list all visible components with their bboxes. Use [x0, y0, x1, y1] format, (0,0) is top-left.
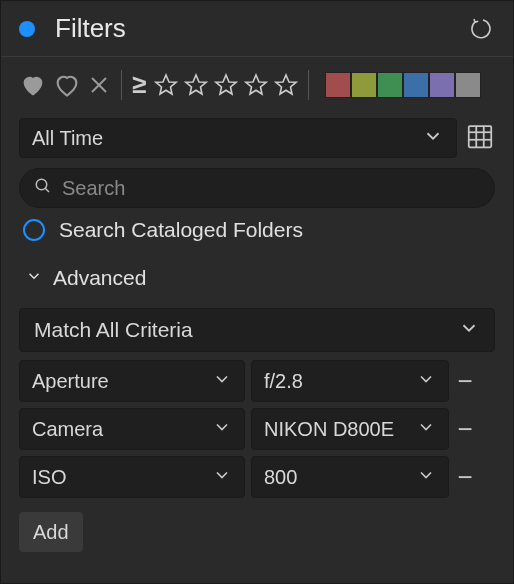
star-1-icon[interactable]: [154, 73, 178, 97]
criteria-value-dropdown[interactable]: NIKON D800E: [251, 408, 449, 450]
color-swatch-blue[interactable]: [403, 72, 429, 98]
color-swatch-red[interactable]: [325, 72, 351, 98]
svg-marker-2: [156, 75, 176, 94]
chevron-down-icon: [25, 266, 43, 290]
advanced-toggle[interactable]: Advanced: [19, 262, 495, 308]
chevron-down-icon: [416, 369, 436, 394]
quick-filter-bar: ≥: [1, 57, 513, 104]
filters-content: All Time Sea: [1, 104, 513, 552]
color-label-swatches: [325, 72, 481, 98]
color-swatch-purple[interactable]: [429, 72, 455, 98]
rating-comparator-icon[interactable]: ≥: [132, 69, 146, 100]
criteria-key-dropdown[interactable]: ISO: [19, 456, 245, 498]
chevron-down-icon: [458, 317, 480, 344]
star-2-icon[interactable]: [184, 73, 208, 97]
svg-marker-5: [246, 75, 266, 94]
time-range-dropdown[interactable]: All Time: [19, 118, 457, 158]
radio-circle-icon: [23, 219, 45, 241]
chevron-down-icon: [212, 417, 232, 442]
panel-header: Filters: [1, 1, 513, 57]
criteria-value-dropdown[interactable]: f/2.8: [251, 360, 449, 402]
criteria-value-label: f/2.8: [264, 370, 303, 393]
criteria-value-label: 800: [264, 466, 297, 489]
criteria-key-dropdown[interactable]: Aperture: [19, 360, 245, 402]
criteria-row: Aperture f/2.8 −: [19, 360, 495, 402]
search-cataloged-option[interactable]: Search Cataloged Folders: [19, 208, 495, 262]
color-swatch-green[interactable]: [377, 72, 403, 98]
criteria-key-dropdown[interactable]: Camera: [19, 408, 245, 450]
criteria-value-label: NIKON D800E: [264, 418, 394, 441]
match-criteria-label: Match All Criteria: [34, 318, 193, 342]
svg-rect-7: [469, 126, 492, 147]
svg-marker-3: [186, 75, 206, 94]
color-swatch-yellow[interactable]: [351, 72, 377, 98]
add-button-label: Add: [33, 521, 69, 544]
chevron-down-icon: [212, 465, 232, 490]
heart-filled-icon[interactable]: [19, 71, 47, 99]
search-input[interactable]: [62, 177, 480, 200]
search-icon: [34, 177, 52, 200]
criteria-row: Camera NIKON D800E −: [19, 408, 495, 450]
remove-criteria-button[interactable]: −: [455, 368, 475, 394]
criteria-value-dropdown[interactable]: 800: [251, 456, 449, 498]
add-criteria-button[interactable]: Add: [19, 512, 83, 552]
chevron-down-icon: [416, 465, 436, 490]
svg-point-12: [36, 179, 47, 190]
chevron-down-icon: [416, 417, 436, 442]
heart-outline-icon[interactable]: [53, 71, 81, 99]
svg-marker-6: [276, 75, 296, 94]
criteria-row: ISO 800 −: [19, 456, 495, 498]
calendar-icon[interactable]: [465, 121, 495, 155]
active-indicator-dot: [19, 21, 35, 37]
remove-criteria-button[interactable]: −: [455, 416, 475, 442]
chevron-down-icon: [212, 369, 232, 394]
divider: [121, 70, 122, 100]
star-3-icon[interactable]: [214, 73, 238, 97]
reject-x-icon[interactable]: [87, 73, 111, 97]
criteria-key-label: ISO: [32, 466, 66, 489]
divider: [308, 70, 309, 100]
radio-label: Search Cataloged Folders: [59, 218, 303, 242]
criteria-key-label: Camera: [32, 418, 103, 441]
undo-icon[interactable]: [471, 17, 495, 41]
svg-marker-4: [216, 75, 236, 94]
color-swatch-gray[interactable]: [455, 72, 481, 98]
filters-panel: Filters ≥: [0, 0, 514, 584]
star-5-icon[interactable]: [274, 73, 298, 97]
panel-title: Filters: [55, 13, 471, 44]
match-criteria-dropdown[interactable]: Match All Criteria: [19, 308, 495, 352]
star-4-icon[interactable]: [244, 73, 268, 97]
advanced-label: Advanced: [53, 266, 146, 290]
svg-line-13: [45, 188, 49, 192]
chevron-down-icon: [422, 125, 444, 152]
remove-criteria-button[interactable]: −: [455, 464, 475, 490]
criteria-key-label: Aperture: [32, 370, 109, 393]
search-box[interactable]: [19, 168, 495, 208]
time-range-label: All Time: [32, 127, 103, 150]
